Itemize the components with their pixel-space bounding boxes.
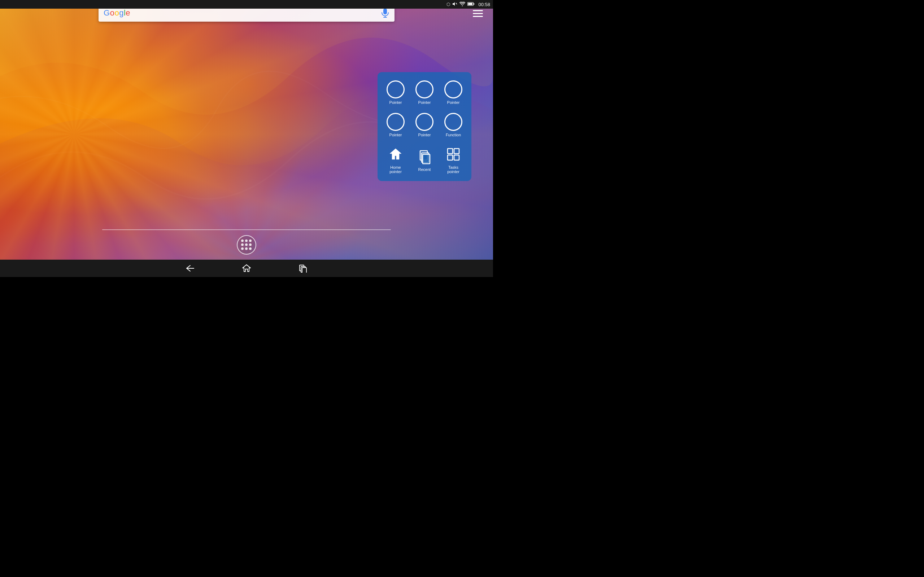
mute-icon [452, 2, 457, 8]
home-pointer-button[interactable]: Home pointer [382, 141, 409, 177]
svg-line-0 [456, 3, 457, 4]
svg-rect-8 [423, 154, 430, 164]
svg-rect-10 [454, 148, 459, 154]
battery-icon [467, 2, 475, 7]
recents-button[interactable] [296, 262, 309, 275]
pointer-circle-icon-5 [415, 113, 434, 131]
pointer-circle-icon-3 [444, 80, 463, 99]
svg-rect-16 [302, 268, 307, 272]
widget-panel: Pointer Pointer Pointer Pointer Pointer … [378, 72, 472, 181]
nav-bar [0, 259, 493, 277]
home-button[interactable] [240, 262, 253, 275]
back-button[interactable] [184, 262, 197, 275]
status-bar: ⬡ 00:58 [0, 0, 493, 9]
function-circle-icon [444, 113, 463, 131]
function-button[interactable]: Function [439, 109, 467, 140]
svg-rect-3 [383, 8, 387, 15]
svg-rect-12 [454, 155, 459, 160]
app-drawer-icon [241, 239, 252, 250]
page-indicator [102, 229, 391, 230]
pointer-circle-icon-2 [415, 80, 434, 99]
home-pointer-label: Home pointer [384, 165, 407, 174]
pointer-circle-icon-4 [386, 113, 405, 131]
wifi-icon [459, 2, 465, 7]
pointer-button-2[interactable]: Pointer [411, 76, 438, 108]
google-logo: Google [103, 8, 381, 18]
tasks-pointer-icon [444, 145, 463, 164]
pointer-label-2: Pointer [418, 100, 431, 105]
tasks-pointer-label: Tasks pointer [442, 165, 465, 174]
recent-button[interactable]: Recent [411, 141, 438, 177]
menu-button[interactable] [470, 7, 486, 20]
pointer-label-1: Pointer [389, 100, 402, 105]
pointer-button-5[interactable]: Pointer [411, 109, 438, 140]
recent-icon [415, 147, 434, 166]
pointer-label-4: Pointer [389, 133, 402, 137]
svg-rect-9 [447, 148, 452, 154]
time-display: 00:58 [478, 2, 490, 7]
pointer-circle-icon-1 [386, 80, 405, 99]
pointer-label-5: Pointer [418, 133, 431, 137]
pointer-label-3: Pointer [447, 100, 460, 105]
tasks-pointer-button[interactable]: Tasks pointer [439, 141, 467, 177]
function-label: Function [446, 133, 461, 137]
recent-label: Recent [418, 167, 431, 172]
pointer-button-3[interactable]: Pointer [439, 76, 467, 108]
svg-rect-2 [468, 3, 472, 5]
pointer-button-4[interactable]: Pointer [382, 109, 409, 140]
home-pointer-icon [386, 145, 405, 164]
app-drawer-button[interactable] [237, 235, 256, 255]
mic-icon[interactable] [381, 9, 389, 17]
svg-rect-11 [447, 155, 452, 160]
bluetooth-icon: ⬡ [446, 2, 450, 7]
pointer-button-1[interactable]: Pointer [382, 76, 409, 108]
